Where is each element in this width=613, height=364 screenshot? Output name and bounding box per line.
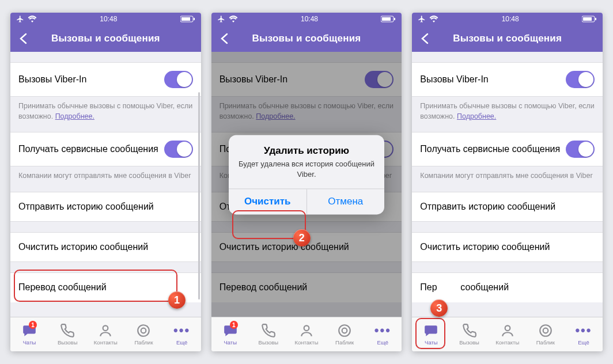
tab-label: Ещё [578, 339, 589, 346]
screenshot-2: 10:48 Вызовы и сообщения Вызовы Viber-In… [211, 13, 402, 351]
callout-box-3 [415, 318, 445, 349]
status-time: 10:48 [301, 15, 318, 23]
learn-more-link[interactable]: Подробнее. [55, 112, 94, 120]
tab-contacts[interactable]: Контакты [489, 317, 527, 351]
row-label-partial-left: Пер [420, 282, 437, 293]
tab-more[interactable]: ••• Ещё [163, 317, 201, 351]
toggle-viber-in [365, 71, 393, 88]
svg-rect-2 [194, 18, 195, 20]
row-translation[interactable]: Пер сообщений [412, 272, 603, 302]
row-label: Вызовы Viber-In [18, 74, 86, 85]
service-note: Компании могут отправлять мне сообщения … [412, 166, 603, 192]
toggle-service-messages[interactable] [566, 141, 595, 158]
battery-icon [180, 16, 195, 22]
alert-title: Удалить историю [238, 145, 375, 157]
toggle-service-messages[interactable] [164, 141, 193, 158]
service-note: Компании могут отправлять мне сообщения … [10, 166, 201, 192]
airplane-mode-icon [418, 15, 426, 23]
row-clear-history[interactable]: Очистить историю сообщений [412, 232, 603, 262]
row-clear-history[interactable]: Очистить историю сообщений [10, 232, 201, 262]
svg-point-3 [103, 325, 108, 331]
step-badge-1: 1 [168, 291, 186, 309]
tab-more[interactable]: •••Ещё [565, 317, 603, 351]
public-icon [337, 323, 352, 338]
calls-icon [261, 323, 276, 338]
calls-icon [60, 323, 75, 338]
tab-bar: 1 Чаты Вызовы Контакты Паблик ••• Ещё [10, 317, 201, 351]
svg-point-5 [141, 328, 146, 333]
tab-public[interactable]: Паблик [527, 317, 565, 351]
page-title: Вызовы и сообщения [418, 33, 597, 44]
header-bar: Вызовы и сообщения [10, 25, 201, 52]
wifi-icon [28, 16, 37, 22]
row-label: Очистить историю сообщений [220, 242, 349, 252]
row-service-messages[interactable]: Получать сервисные сообщения [412, 132, 603, 166]
settings-content: Вызовы Viber-In Принимать обычные вызовы… [211, 52, 402, 317]
screenshot-3: 10:48 Вызовы и сообщения Вызовы Viber-In… [412, 13, 603, 351]
callout-box-1 [14, 270, 177, 302]
learn-more-link: Подробнее. [256, 112, 295, 120]
row-send-history[interactable]: Отправить историю сообщений [10, 192, 201, 222]
svg-point-16 [540, 325, 551, 336]
contacts-icon [500, 323, 515, 338]
row-label-partial-right: сообщений [460, 282, 509, 293]
tab-more[interactable]: •••Ещё [364, 317, 402, 351]
tab-label: Контакты [495, 339, 519, 346]
tab-label: Вызовы [459, 339, 479, 346]
tab-public[interactable]: Паблик [326, 317, 364, 351]
tab-public[interactable]: Паблик [124, 317, 162, 351]
page-title: Вызовы и сообщения [217, 33, 396, 44]
delete-history-alert: Удалить историю Будет удалена вся истори… [229, 135, 384, 214]
tab-label: Паблик [134, 339, 153, 346]
airplane-mode-icon [16, 15, 24, 23]
row-service-messages[interactable]: Получать сервисные сообщения [10, 132, 201, 166]
svg-point-15 [505, 325, 510, 331]
step-badge-2: 2 [293, 229, 311, 247]
settings-content: Вызовы Viber-In Принимать обычные вызовы… [412, 52, 603, 317]
tab-label: Чаты [224, 339, 237, 346]
svg-point-10 [339, 325, 350, 336]
screenshot-1: 10:48 Вызовы и сообщения Вызовы Viber-In… [10, 13, 201, 351]
toggle-viber-in[interactable] [164, 71, 193, 88]
header-bar: Вызовы и сообщения [412, 25, 603, 52]
toggle-viber-in[interactable] [566, 71, 595, 88]
row-label: Получать сервисные сообщения [420, 144, 562, 154]
more-icon: ••• [575, 323, 592, 338]
row-label: Отправить историю сообщений [18, 202, 154, 212]
more-icon: ••• [374, 323, 391, 338]
alert-cancel-button[interactable]: Отмена [306, 189, 385, 214]
viber-in-note: Принимать обычные вызовы с помощью Viber… [412, 97, 603, 132]
status-bar: 10:48 [10, 13, 201, 25]
svg-rect-1 [181, 17, 190, 21]
learn-more-link[interactable]: Подробнее. [457, 112, 496, 120]
row-label: Очистить историю сообщений [18, 242, 148, 252]
scrollbar-indicator [198, 92, 200, 299]
contacts-icon [299, 323, 314, 338]
svg-rect-13 [583, 17, 592, 21]
tab-chats[interactable]: 1 Чаты [211, 317, 249, 351]
row-label: Получать сервисные сообщения [18, 144, 161, 154]
public-icon [136, 323, 151, 338]
tab-label: Вызовы [259, 339, 279, 346]
tab-label: Ещё [176, 339, 187, 346]
tab-calls[interactable]: Вызовы [450, 317, 488, 351]
header-bar: Вызовы и сообщения [211, 25, 402, 52]
alert-message: Будет удалена вся история сообщений Vibe… [238, 159, 375, 179]
tab-calls[interactable]: Вызовы [249, 317, 287, 351]
svg-rect-7 [382, 17, 391, 21]
settings-content: Вызовы Viber-In Принимать обычные вызовы… [10, 52, 201, 317]
tab-chats[interactable]: 1 Чаты [10, 317, 48, 351]
row-send-history[interactable]: Отправить историю сообщений [412, 192, 603, 222]
row-label: Перевод сообщений [220, 282, 308, 293]
row-viber-in[interactable]: Вызовы Viber-In [10, 62, 201, 97]
tab-calls[interactable]: Вызовы [48, 317, 86, 351]
chats-badge: 1 [230, 321, 238, 329]
tab-contacts[interactable]: Контакты [287, 317, 326, 351]
svg-point-17 [543, 328, 548, 333]
tab-label: Ещё [377, 339, 388, 346]
airplane-mode-icon [217, 15, 225, 23]
row-label: Вызовы Viber-In [220, 74, 287, 85]
row-viber-in[interactable]: Вызовы Viber-In [412, 62, 603, 97]
tab-contacts[interactable]: Контакты [86, 317, 124, 351]
svg-rect-8 [394, 18, 395, 20]
